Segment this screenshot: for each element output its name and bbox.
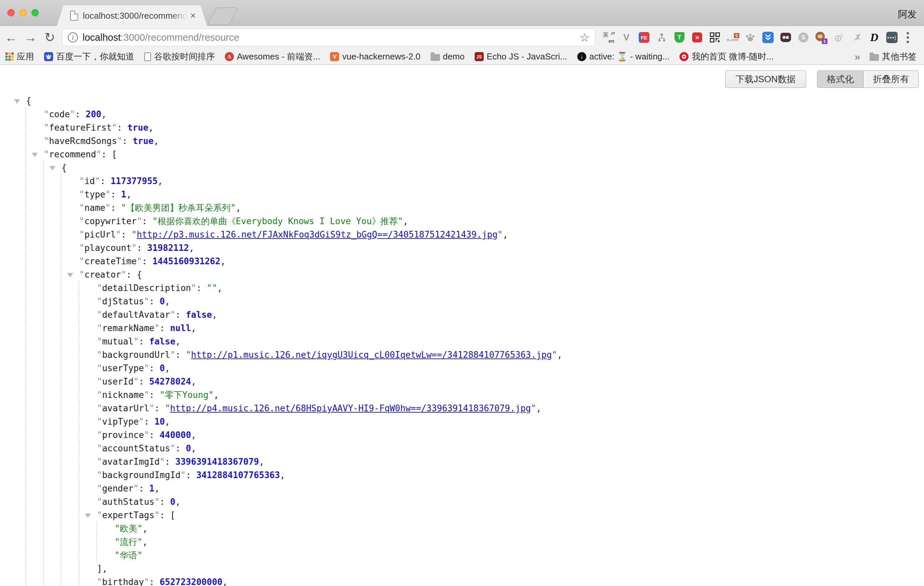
json-key: gender xyxy=(102,484,134,494)
bookmarks-overflow-icon[interactable]: » xyxy=(855,51,860,63)
indent-guide xyxy=(25,348,26,362)
bookmark-item[interactable]: JSEcho JS - JavaScri... xyxy=(475,51,567,62)
other-bookmarks-folder[interactable]: 其他书签 xyxy=(870,51,917,63)
json-line: ], xyxy=(0,562,924,575)
blue-chevron-extension-icon[interactable] xyxy=(762,31,774,43)
minimize-window-button[interactable] xyxy=(19,9,27,17)
s-circle-extension-icon[interactable]: S xyxy=(797,31,809,43)
active-down-icon: ↓ xyxy=(577,52,586,61)
indent-guide xyxy=(61,254,61,268)
indent-guide xyxy=(43,228,44,241)
indent-guide xyxy=(61,495,61,508)
json-key: nickname xyxy=(102,390,144,400)
forward-button[interactable]: → xyxy=(21,29,40,46)
indent-guide xyxy=(43,321,44,335)
json-value: 1 xyxy=(149,484,155,494)
indent-guide xyxy=(79,308,79,321)
json-url-link[interactable]: http://p1.music.126.net/iqygU3Uicq_cL00I… xyxy=(191,350,552,360)
hummingbird-extension-icon[interactable] xyxy=(850,31,863,43)
indent-guide xyxy=(79,321,79,335)
sitemap-extension-icon[interactable] xyxy=(656,31,668,43)
tab-strip: localhost:3000/recommend/re × 阿发 xyxy=(0,0,924,26)
url-text[interactable]: localhost:3000/recommend/resource xyxy=(82,32,579,43)
bookmark-item[interactable]: AAwesomes - 前端资... xyxy=(225,51,320,63)
indent-guide xyxy=(61,482,61,495)
indent-guide xyxy=(43,428,44,442)
json-viewer-actions: 下载JSON数据 格式化 折叠所有 xyxy=(725,71,919,88)
collapse-arrow-icon[interactable] xyxy=(14,99,20,104)
collapse-all-tab[interactable]: 折叠所有 xyxy=(863,71,918,87)
indent-guide xyxy=(25,482,26,495)
indent-guide xyxy=(43,281,44,295)
indent-guide xyxy=(61,362,61,375)
indent-guide xyxy=(43,335,44,348)
indent-guide xyxy=(61,535,61,548)
qrcode-extension-icon[interactable] xyxy=(709,31,721,43)
collapse-arrow-icon[interactable] xyxy=(85,513,91,518)
indent-guide xyxy=(25,241,26,254)
fe-extension-icon[interactable]: FE xyxy=(638,31,650,43)
indent-guide xyxy=(79,442,79,455)
json-line: "backgroundUrl": "http://p1.music.126.ne… xyxy=(0,348,924,362)
profile-name[interactable]: 阿发 xyxy=(898,8,917,21)
fast-forward-extension-icon[interactable]: » xyxy=(691,31,703,43)
close-window-button[interactable] xyxy=(7,9,15,17)
json-line: "backgroundImgId": 3412884107765363, xyxy=(0,469,924,482)
extension-row: 英en⇄VFET»⋮⋮5PLAYERS1D•••| xyxy=(603,31,898,43)
bookmark-item[interactable]: 谷歌按时间排序 xyxy=(144,51,215,63)
site-info-icon[interactable]: i xyxy=(68,32,78,43)
bookmark-item[interactable]: ↓active: ⌛ - waiting... xyxy=(577,51,670,62)
indent-guide xyxy=(61,548,61,562)
zoom-window-button[interactable] xyxy=(31,9,39,17)
json-line: "copywriter": "根据你喜欢的单曲《Everybody Knows … xyxy=(0,215,924,228)
collapse-arrow-icon[interactable] xyxy=(50,166,56,170)
bookmark-item[interactable]: Vvue-hackernews-2.0 xyxy=(330,51,420,62)
format-tab[interactable]: 格式化 xyxy=(817,71,863,87)
json-url-link[interactable]: http://p4.music.126.net/68HSpiyAAVY-HI9-… xyxy=(170,403,531,413)
html5-player-extension-icon[interactable]: ⋮⋮5PLAYER xyxy=(726,31,739,43)
d-letter-extension-icon[interactable]: D xyxy=(868,31,880,43)
bookmark-item[interactable]: 我的首页 微博-随时... xyxy=(680,51,774,63)
indent-guide xyxy=(43,495,44,508)
weibo-gray-extension-icon[interactable] xyxy=(833,31,845,43)
json-line: "id": 117377955, xyxy=(0,174,924,188)
json-url-link[interactable]: http://p3.music.126.net/FJAxNkFoq3dGiS9t… xyxy=(137,229,497,239)
monkey-extension-icon[interactable]: 1 xyxy=(815,31,827,43)
json-line: "recommend": [ xyxy=(0,148,924,161)
tab-close-icon[interactable]: × xyxy=(190,10,196,21)
json-line: "creator": { xyxy=(0,268,924,281)
json-key: id xyxy=(84,176,95,186)
mask-extension-icon[interactable] xyxy=(780,31,792,43)
other-bookmarks-label: 其他书签 xyxy=(882,51,917,63)
bookmark-label: 我的首页 微博-随时... xyxy=(691,51,774,63)
collapse-arrow-icon[interactable] xyxy=(32,153,38,157)
download-json-button[interactable]: 下载JSON数据 xyxy=(725,71,806,88)
indent-guide xyxy=(79,482,79,495)
tab-favicon-icon xyxy=(70,11,78,21)
json-line: "detailDescription": "", xyxy=(0,281,924,295)
address-bar[interactable]: i localhost:3000/recommend/resource ☆ xyxy=(62,29,595,46)
json-line: "createTime": 1445160931262, xyxy=(0,254,924,268)
json-value: 54278024 xyxy=(149,376,191,386)
indent-guide xyxy=(43,455,44,469)
vue-devtools-icon[interactable]: V xyxy=(620,31,632,43)
browser-tab[interactable]: localhost:3000/recommend/re × xyxy=(57,5,207,26)
paw-extension-icon[interactable] xyxy=(744,31,756,43)
bookmark-item[interactable]: 应用 xyxy=(5,51,34,63)
indent-guide xyxy=(43,482,44,495)
new-tab-button[interactable] xyxy=(207,7,239,25)
echojs-icon: JS xyxy=(475,52,484,61)
bookmark-item[interactable]: 百度一下，你就知道 xyxy=(44,51,134,63)
bookmark-item[interactable]: demo xyxy=(431,51,465,62)
green-shield-extension-icon[interactable]: T xyxy=(673,31,685,43)
reload-button[interactable]: ↻ xyxy=(40,29,59,46)
password-extension-icon[interactable]: •••| xyxy=(886,31,898,43)
indent-guide xyxy=(43,535,44,548)
chrome-menu-icon[interactable] xyxy=(903,32,912,43)
json-key: creator xyxy=(84,270,121,280)
back-button[interactable]: ← xyxy=(1,29,21,46)
bookmark-star-icon[interactable]: ☆ xyxy=(579,31,590,44)
collapse-arrow-icon[interactable] xyxy=(67,273,73,277)
translate-extension-icon[interactable]: 英en⇄ xyxy=(603,31,615,43)
vue-orange-icon: V xyxy=(330,52,339,61)
